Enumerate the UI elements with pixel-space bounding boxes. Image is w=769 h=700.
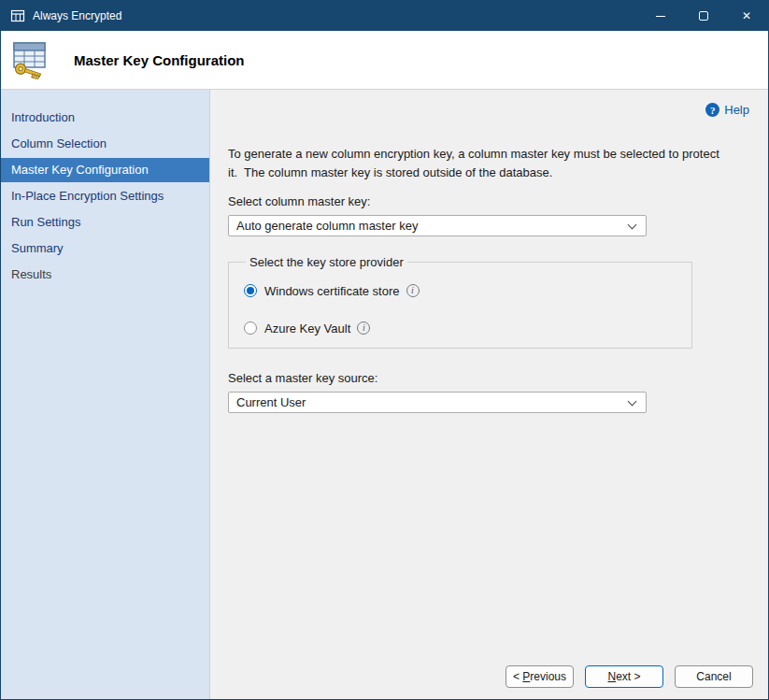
- master-key-configuration-page: ? Help To generate a new column encrypti…: [210, 90, 768, 654]
- windows-certificate-store-label: Windows certificate store: [264, 284, 400, 298]
- wizard-header: Master Key Configuration: [1, 31, 768, 90]
- wizard-footer: < Previous Next > Cancel: [210, 654, 768, 699]
- azure-key-vault-label: Azure Key Vault: [264, 321, 350, 336]
- minimize-icon: [656, 16, 665, 17]
- chevron-down-icon: [628, 397, 637, 407]
- help-link[interactable]: ? Help: [228, 103, 749, 117]
- info-icon[interactable]: i: [357, 321, 370, 335]
- master-key-source-dropdown[interactable]: Current User: [228, 392, 647, 413]
- sidebar-item-results[interactable]: Results: [1, 263, 209, 287]
- sidebar-item-master-key-configuration[interactable]: Master Key Configuration: [1, 158, 209, 182]
- sidebar-item-column-selection[interactable]: Column Selection: [1, 132, 209, 156]
- column-master-key-label: Select column master key:: [228, 194, 749, 208]
- close-icon: ✕: [742, 9, 751, 22]
- window-title: Always Encrypted: [33, 9, 121, 22]
- intro-text: To generate a new column encryption key,…: [228, 145, 749, 181]
- page-title: Master Key Configuration: [74, 52, 245, 68]
- app-icon: [10, 8, 25, 23]
- help-icon: ?: [705, 103, 719, 117]
- sidebar-item-introduction[interactable]: Introduction: [1, 106, 209, 130]
- key-store-provider-group: Select the key store provider Windows ce…: [228, 255, 692, 349]
- window-controls: ✕: [639, 1, 768, 31]
- cancel-button[interactable]: Cancel: [675, 665, 753, 688]
- column-master-key-dropdown[interactable]: Auto generate column master key: [228, 215, 647, 236]
- windows-certificate-store-option[interactable]: Windows certificate store i: [244, 282, 680, 299]
- help-label: Help: [724, 103, 749, 117]
- sidebar-item-summary[interactable]: Summary: [1, 236, 209, 261]
- maximize-button[interactable]: [682, 1, 725, 31]
- windows-certificate-store-radio[interactable]: [244, 284, 257, 297]
- azure-key-vault-radio[interactable]: [244, 321, 257, 335]
- azure-key-vault-option[interactable]: Azure Key Vault i: [244, 320, 680, 336]
- previous-button[interactable]: < Previous: [506, 665, 574, 688]
- table-key-icon: [10, 40, 51, 79]
- next-button-label: Next >: [607, 670, 640, 683]
- master-key-source-label: Select a master key source:: [228, 371, 749, 385]
- next-button[interactable]: Next >: [585, 665, 663, 688]
- key-store-provider-group-label: Select the key store provider: [246, 255, 407, 269]
- column-master-key-value: Auto generate column master key: [236, 219, 418, 233]
- cancel-button-label: Cancel: [696, 670, 731, 683]
- close-button[interactable]: ✕: [725, 1, 768, 31]
- sidebar-item-run-settings[interactable]: Run Settings: [1, 210, 209, 235]
- chevron-down-icon: [628, 221, 637, 230]
- title-bar: Always Encrypted ✕: [1, 1, 768, 31]
- info-icon[interactable]: i: [406, 284, 420, 297]
- maximize-icon: [699, 11, 708, 21]
- sidebar-item-in-place-encryption-settings[interactable]: In-Place Encryption Settings: [1, 184, 209, 208]
- minimize-button[interactable]: [639, 1, 682, 31]
- always-encrypted-wizard-window: Always Encrypted ✕: [0, 0, 769, 700]
- previous-button-label: < Previous: [513, 670, 566, 683]
- master-key-source-value: Current User: [236, 395, 306, 409]
- wizard-steps-sidebar: Introduction Column Selection Master Key…: [1, 90, 210, 699]
